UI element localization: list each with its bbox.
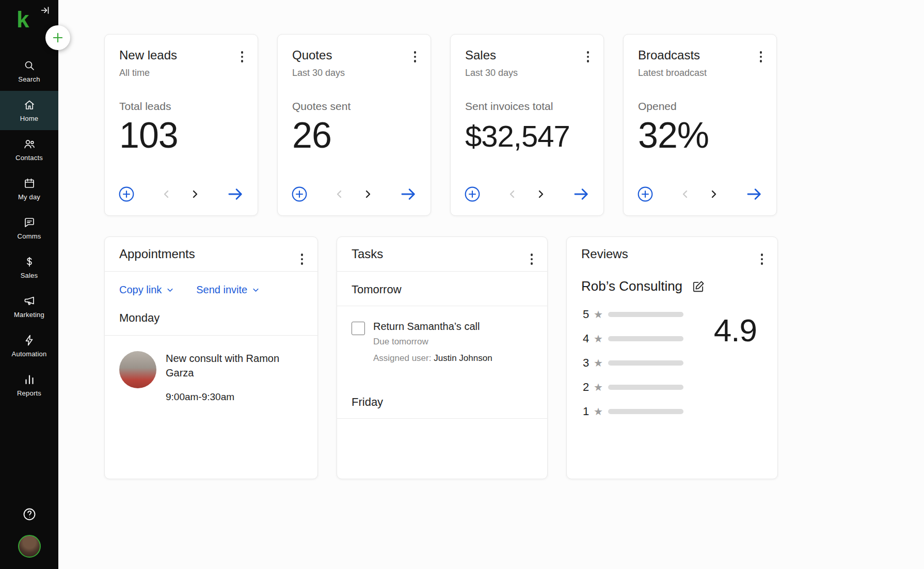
rating-row: 2 ★ [581, 381, 710, 394]
arrow-right-icon[interactable] [400, 185, 417, 203]
arrow-right-icon[interactable] [227, 185, 244, 203]
tasks-section-label: Tomorrow [337, 272, 547, 306]
reviews-body: Rob’s Consulting 5 ★ [567, 271, 777, 429]
user-avatar[interactable] [18, 535, 41, 558]
add-button[interactable] [45, 25, 70, 50]
card-subtitle: Last 30 days [292, 68, 416, 78]
chevron-right-icon[interactable] [362, 188, 374, 200]
appointment-title: New consult with Ramon Garza [166, 351, 295, 380]
sidebar-item-contacts[interactable]: Contacts [0, 130, 58, 169]
chevron-right-icon[interactable] [189, 188, 201, 200]
chevron-left-icon[interactable] [160, 188, 172, 200]
add-circle-icon[interactable] [291, 186, 308, 202]
add-circle-icon[interactable] [464, 186, 481, 202]
chevron-left-icon[interactable] [333, 188, 345, 200]
sidebar-item-automation[interactable]: Automation [0, 326, 58, 366]
chevron-left-icon[interactable] [506, 188, 518, 200]
send-invite-button[interactable]: Send invite [196, 284, 260, 296]
sidebar-item-home[interactable]: Home [0, 91, 58, 130]
metric-label: Quotes sent [292, 100, 416, 113]
metric-value: 103 [119, 115, 243, 156]
card-title: Tasks [352, 247, 383, 261]
card-footer [291, 185, 417, 203]
card-footer [464, 185, 590, 203]
task-title[interactable]: Return Samantha’s call [373, 321, 492, 333]
kebab-menu-icon[interactable] [758, 250, 767, 268]
sidebar-item-reports[interactable]: Reports [0, 366, 58, 405]
send-invite-label: Send invite [196, 284, 247, 296]
help-icon[interactable] [22, 507, 37, 521]
chevron-down-icon [251, 286, 260, 294]
metric-value: 32% [638, 115, 762, 156]
task-checkbox[interactable] [352, 322, 365, 335]
card-title: Reviews [581, 247, 628, 261]
rating-bar [608, 385, 683, 390]
rating-bar [608, 409, 683, 414]
rating-row: 5 ★ [581, 308, 710, 321]
stat-cards-row: New leads All time Total leads 103 [104, 34, 924, 216]
kebab-menu-icon[interactable] [238, 48, 247, 66]
arrow-right-icon[interactable] [572, 185, 590, 203]
sidebar-item-label: Home [20, 115, 38, 122]
sidebar-bottom [0, 507, 58, 569]
chevron-left-icon[interactable] [679, 188, 691, 200]
rating-row: 1 ★ [581, 405, 710, 418]
arrow-right-icon[interactable] [745, 185, 763, 203]
sidebar-item-label: Sales [21, 272, 38, 279]
star-icon: ★ [594, 308, 603, 321]
megaphone-icon [23, 295, 36, 307]
kebab-menu-icon[interactable] [757, 48, 766, 66]
card-title: New leads [119, 48, 243, 62]
business-row: Rob’s Consulting [581, 278, 763, 294]
reviews-card: Reviews Rob’s Consulting [566, 236, 778, 479]
task-assigned: Assigned user: Justin Johnson [373, 353, 492, 363]
keap-logo[interactable]: k [17, 8, 29, 31]
star-icon: ★ [594, 381, 603, 393]
kebab-menu-icon[interactable] [528, 250, 536, 268]
add-circle-icon[interactable] [118, 186, 135, 202]
kebab-menu-icon[interactable] [584, 48, 593, 66]
edit-icon[interactable] [692, 280, 705, 293]
card-footer [637, 185, 763, 203]
sidebar-item-label: Marketing [14, 311, 44, 319]
assigned-user: Justin Johnson [434, 353, 492, 363]
sidebar-item-sales[interactable]: Sales [0, 248, 58, 287]
add-circle-icon[interactable] [637, 186, 654, 202]
sidebar-item-search[interactable]: Search [0, 52, 58, 91]
sidebar-item-comms[interactable]: Comms [0, 209, 58, 248]
kebab-menu-icon[interactable] [411, 48, 420, 66]
chevron-right-icon[interactable] [535, 188, 547, 200]
sidebar-item-label: Reports [17, 389, 41, 397]
stat-card-quotes: Quotes Last 30 days Quotes sent 26 [277, 34, 431, 216]
assigned-label: Assigned user: [373, 353, 431, 363]
card-footer [118, 185, 244, 203]
chevron-right-icon[interactable] [708, 188, 720, 200]
rating-star-count: 1 [581, 405, 591, 418]
home-icon [23, 99, 36, 111]
appointments-card: Appointments Copy link Send invite Monda… [104, 236, 318, 479]
card-subtitle: Last 30 days [465, 68, 589, 78]
lightning-icon [23, 334, 36, 346]
card-subtitle: Latest broadcast [638, 68, 762, 78]
stat-card-broadcasts: Broadcasts Latest broadcast Opened 32% [623, 34, 777, 216]
task-info: Return Samantha’s call Due tomorrow Assi… [373, 321, 492, 363]
calendar-icon [23, 177, 36, 189]
sidebar-item-label: Comms [18, 232, 41, 240]
rating-star-count: 2 [581, 381, 591, 394]
business-name: Rob’s Consulting [581, 278, 682, 294]
rating-star-count: 3 [581, 356, 591, 370]
sidebar-item-marketing[interactable]: Marketing [0, 287, 58, 326]
collapse-sidebar-icon[interactable] [40, 5, 50, 15]
overall-score: 4.9 [714, 312, 757, 429]
day-label: Monday [105, 300, 317, 335]
metric-label: Total leads [119, 100, 243, 113]
appointment-item[interactable]: New consult with Ramon Garza 9:00am-9:30… [105, 336, 317, 403]
tasks-section-label: Friday [337, 396, 547, 418]
sidebar-item-my-day[interactable]: My day [0, 169, 58, 209]
kebab-menu-icon[interactable] [298, 250, 307, 268]
star-icon: ★ [594, 405, 603, 418]
copy-link-button[interactable]: Copy link [119, 284, 174, 296]
search-icon [23, 59, 36, 72]
card-subtitle: All time [119, 68, 243, 78]
contact-avatar [119, 351, 156, 388]
